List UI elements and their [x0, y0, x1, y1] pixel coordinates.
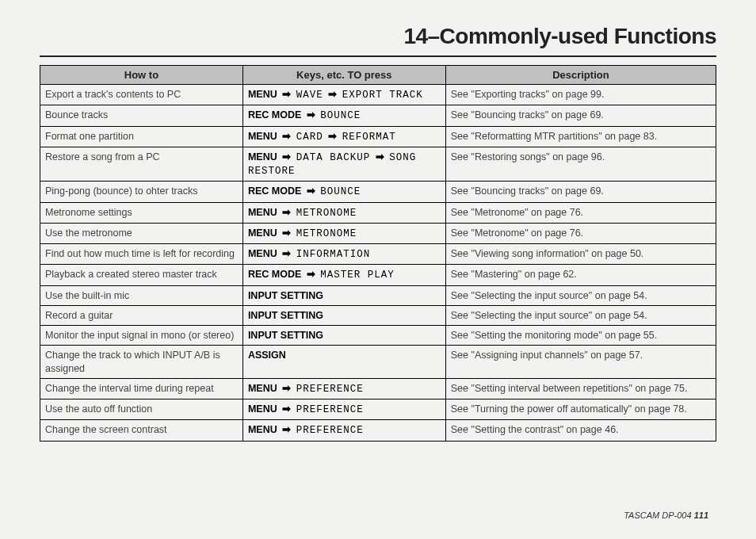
table-row: Ping-pong (bounce) to ohter tracksREC MO… [40, 182, 716, 202]
table-row: Find out how much time is left for recor… [40, 244, 716, 265]
key-label-lcd: METRONOME [296, 228, 357, 239]
cell-keys: REC MODE ➡ BOUNCE [242, 182, 445, 202]
key-label-bold: MENU [248, 383, 277, 394]
key-label-lcd: BOUNCE [320, 186, 361, 197]
cell-description: See "Bouncing tracks" on page 69. [445, 105, 716, 126]
cell-keys: MENU ➡ INFORMATION [242, 244, 445, 265]
key-label-lcd: PREFERENCE [296, 425, 364, 436]
cell-description: See "Bouncing tracks" on page 69. [445, 182, 716, 202]
table-row: Change the interval time during repeatME… [40, 378, 716, 399]
cell-how-to: Use the metronome [40, 223, 243, 243]
page-footer: TASCAM DP-004 111 [624, 510, 708, 520]
table-row: Use the auto off functionMENU ➡ PREFEREN… [40, 399, 716, 420]
table-row: Restore a song from a PCMENU ➡ DATA BACK… [40, 147, 716, 182]
key-label-bold: MENU [248, 248, 277, 259]
key-label-lcd: REFORMAT [342, 132, 396, 143]
cell-how-to: Use the auto off function [40, 399, 243, 420]
table-row: Use the built-in micINPUT SETTING See "S… [40, 285, 716, 305]
key-label-bold: REC MODE [248, 185, 301, 197]
page: 14–Commonly-used Functions How to Keys, … [0, 0, 756, 539]
key-label-lcd: MASTER PLAY [320, 270, 395, 281]
arrow-icon: ➡ [304, 185, 318, 197]
cell-how-to: Restore a song from a PC [40, 147, 243, 182]
arrow-icon: ➡ [280, 423, 293, 435]
cell-description: See "Assigning input channels" on page 5… [445, 346, 716, 379]
table-body: Export a track's contents to PCMENU ➡ WA… [40, 85, 716, 442]
arrow-icon: ➡ [373, 151, 387, 162]
cell-how-to: Change the interval time during repeat [40, 378, 243, 399]
key-label-lcd: WAVE [296, 90, 323, 101]
cell-how-to: Playback a created stereo master track [40, 265, 243, 285]
arrow-icon: ➡ [280, 227, 293, 239]
table-row: Change the screen contrastMENU ➡ PREFERE… [40, 420, 716, 441]
cell-how-to: Change the track to which INPUT A/B is a… [40, 346, 243, 379]
cell-how-to: Record a guitar [40, 305, 243, 325]
page-title: 14–Commonly-used Functions [40, 24, 716, 49]
key-label-bold: REC MODE [248, 109, 301, 120]
cell-how-to: Export a track's contents to PC [40, 85, 243, 105]
key-label-bold: INPUT SETTING [248, 290, 323, 301]
table-row: Use the metronomeMENU ➡ METRONOME See "M… [40, 223, 716, 243]
cell-how-to: Monitor the input signal in mono (or ste… [40, 326, 243, 346]
key-label-lcd: EXPORT TRACK [342, 90, 423, 101]
key-label-lcd: DATA BACKUP [296, 152, 371, 163]
cell-description: See "Restoring songs" on page 96. [445, 147, 716, 182]
key-label-bold: REC MODE [248, 269, 301, 280]
arrow-icon: ➡ [280, 403, 293, 415]
key-label-bold: MENU [248, 131, 277, 142]
table-row: Bounce tracksREC MODE ➡ BOUNCE See "Boun… [40, 105, 716, 126]
arrow-icon: ➡ [326, 130, 339, 142]
key-label-bold: MENU [248, 403, 277, 415]
cell-keys: MENU ➡ CARD ➡ REFORMAT [242, 126, 445, 147]
cell-keys: MENU ➡ PREFERENCE [242, 399, 445, 420]
key-label-lcd: BOUNCE [320, 110, 361, 121]
title-rule [40, 55, 716, 57]
cell-description: See "Setting interval between repetition… [445, 378, 716, 399]
key-label-bold: INPUT SETTING [248, 310, 323, 321]
cell-keys: MENU ➡ METRONOME [242, 202, 445, 223]
cell-description: See "Metronome" on page 76. [445, 223, 716, 243]
cell-how-to: Change the screen contrast [40, 420, 243, 441]
cell-keys: MENU ➡ PREFERENCE [242, 420, 445, 441]
arrow-icon: ➡ [280, 382, 293, 394]
table-row: Monitor the input signal in mono (or ste… [40, 326, 716, 346]
cell-description: See "Mastering" on page 62. [445, 265, 716, 285]
cell-description: See "Setting the monitoring mode" on pag… [445, 326, 716, 346]
col-header-desc: Description [445, 66, 716, 85]
table-header-row: How to Keys, etc. TO press Description [40, 66, 716, 85]
cell-keys: MENU ➡ WAVE ➡ EXPORT TRACK [242, 85, 445, 105]
table-row: Change the track to which INPUT A/B is a… [40, 346, 716, 379]
cell-how-to: Metronome settings [40, 202, 243, 223]
cell-keys: REC MODE ➡ BOUNCE [242, 105, 445, 126]
cell-description: See "Metronome" on page 76. [445, 202, 716, 223]
arrow-icon: ➡ [280, 206, 293, 218]
table-row: Export a track's contents to PCMENU ➡ WA… [40, 85, 716, 105]
table-row: Format one partitionMENU ➡ CARD ➡ REFORM… [40, 126, 716, 147]
cell-keys: MENU ➡ DATA BACKUP ➡ SONG RESTORE [242, 147, 445, 182]
cell-keys: MENU ➡ PREFERENCE [242, 378, 445, 399]
arrow-icon: ➡ [280, 88, 293, 100]
cell-keys: REC MODE ➡ MASTER PLAY [242, 265, 445, 285]
col-header-how: How to [40, 66, 243, 85]
key-label-bold: MENU [248, 151, 277, 162]
cell-description: See "Reformatting MTR partitions" on pag… [445, 126, 716, 147]
cell-how-to: Format one partition [40, 126, 243, 147]
cell-how-to: Bounce tracks [40, 105, 243, 126]
key-label-lcd: METRONOME [296, 208, 357, 219]
cell-keys: INPUT SETTING [242, 326, 445, 346]
cell-description: See "Selecting the input source" on page… [445, 285, 716, 305]
key-label-lcd: PREFERENCE [296, 384, 364, 395]
arrow-icon: ➡ [304, 109, 318, 120]
arrow-icon: ➡ [304, 268, 318, 280]
col-header-keys: Keys, etc. TO press [242, 66, 445, 85]
footer-page-number: 111 [694, 510, 708, 520]
key-label-bold: MENU [248, 89, 277, 100]
footer-brand: TASCAM DP-004 [624, 510, 691, 520]
cell-keys: MENU ➡ METRONOME [242, 223, 445, 243]
key-label-lcd: PREFERENCE [296, 404, 364, 415]
cell-description: See "Turning the power off automatically… [445, 399, 716, 420]
key-label-bold: MENU [248, 424, 277, 435]
arrow-icon: ➡ [280, 151, 293, 162]
cell-keys: ASSIGN [242, 346, 445, 379]
cell-how-to: Ping-pong (bounce) to ohter tracks [40, 182, 243, 202]
